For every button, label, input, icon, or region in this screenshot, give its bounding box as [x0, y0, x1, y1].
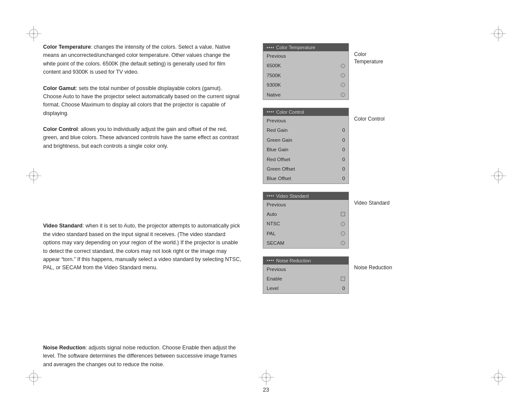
menu-item-blue-offset[interactable]: Blue Offset 0 [263, 174, 348, 183]
red-offset-value: 0 [342, 156, 345, 163]
svg-point-7 [498, 33, 499, 34]
crosshair-top-right [491, 26, 506, 41]
panel-dots: •••• [267, 45, 274, 50]
color-temperature-heading: Color Temperature [43, 44, 91, 50]
svg-point-23 [498, 175, 499, 177]
radio-pal[interactable] [341, 231, 345, 236]
radio-6500k[interactable] [341, 64, 345, 68]
level-value: 0 [342, 284, 345, 292]
menu-item-level[interactable]: Level 0 [263, 283, 348, 293]
crosshair-mid-right [491, 168, 506, 184]
menu-item-pal[interactable]: PAL [263, 229, 348, 238]
menu-item-label: 6500K [267, 62, 281, 69]
menu-item-label: Auto [267, 210, 277, 218]
panel-dots: •••• [267, 258, 274, 263]
menu-item-previous-2[interactable]: Previous [263, 116, 348, 125]
color-control-heading: Color Control [43, 126, 78, 132]
menu-item-label: Green Gain [267, 136, 292, 144]
menu-item-ntsc[interactable]: NTSC [263, 219, 348, 228]
page-number: 23 [263, 386, 269, 393]
checkbox-enable[interactable] [341, 277, 345, 281]
color-gamut-heading: Color Gamut [43, 85, 76, 91]
radio-9300k[interactable] [341, 83, 345, 87]
menu-item-native[interactable]: Native [263, 90, 348, 100]
color-temperature-panel: •••• Color Temperature Previous 6500K 75… [263, 43, 349, 100]
section-color-control-text: Color Control: allows you to individuall… [43, 125, 241, 150]
svg-point-19 [33, 175, 34, 177]
menu-item-label: Red Offset [267, 156, 290, 163]
menu-item-green-gain[interactable]: Green Gain 0 [263, 135, 348, 145]
section-noise-reduction-text: Noise Reduction: adjusts signal noise re… [43, 344, 241, 369]
section-color-control: Color Control: allows you to individuall… [43, 125, 241, 150]
menu-item-label: Enable [267, 275, 282, 283]
section-color-gamut-text: Color Gamut: sets the total number of po… [43, 84, 241, 118]
menu-item-label: Previous [267, 265, 286, 273]
video-standard-panel-title: •••• Video Standard [263, 192, 348, 200]
menu-item-label: Native [267, 91, 281, 99]
blue-offset-value: 0 [342, 174, 345, 182]
noise-reduction-panel-title: •••• Noise Reduction [263, 257, 348, 265]
color-control-panel-title-text: Color Control [276, 109, 304, 115]
menu-item-previous-3[interactable]: Previous [263, 200, 348, 209]
menu-item-label: NTSC [267, 220, 280, 227]
svg-point-15 [498, 377, 499, 378]
menu-item-label: Previous [267, 117, 286, 125]
menu-item-secam[interactable]: SECAM [263, 238, 348, 248]
noise-reduction-panel: •••• Noise Reduction Previous Enable Lev… [263, 256, 349, 294]
menu-item-label: 9300K [267, 81, 281, 89]
menu-item-7500k[interactable]: 7500K [263, 71, 348, 80]
panel-dots: •••• [267, 109, 274, 114]
menu-item-previous-4[interactable]: Previous [263, 265, 348, 274]
section-video-standard: Video Standard: when it is set to Auto, … [43, 222, 241, 272]
radio-ntsc[interactable] [341, 222, 345, 226]
menu-item-red-offset[interactable]: Red Offset 0 [263, 155, 348, 164]
green-offset-value: 0 [342, 165, 345, 173]
video-standard-heading: Video Standard [43, 223, 82, 229]
crosshair-bottom-left [26, 370, 41, 385]
color-temperature-label: ColorTemperature [354, 43, 383, 65]
menu-item-label: PAL [267, 230, 276, 237]
menu-item-blue-gain[interactable]: Blue Gain 0 [263, 145, 348, 154]
svg-point-3 [33, 33, 34, 34]
menu-item-label: Red Gain [267, 126, 288, 134]
crosshair-top-left [26, 26, 41, 41]
menu-item-green-offset[interactable]: Green Offset 0 [263, 164, 348, 174]
menu-item-label: Blue Gain [267, 146, 289, 153]
left-column: Color Temperature: changes the intensity… [43, 43, 241, 377]
color-control-label: Color Control [354, 108, 385, 123]
radio-native[interactable] [341, 93, 345, 97]
radio-secam[interactable] [341, 241, 345, 245]
red-gain-value: 0 [342, 126, 345, 134]
menu-item-label: Blue Offset [267, 174, 291, 182]
menu-item-label: SECAM [267, 239, 284, 247]
page-content: Color Temperature: changes the intensity… [43, 43, 489, 377]
menu-item-label: Previous [267, 52, 286, 60]
menu-item-9300k[interactable]: 9300K [263, 80, 348, 90]
menu-item-auto[interactable]: Auto [263, 209, 348, 219]
crosshair-bottom-right [491, 370, 506, 385]
menu-item-label: Previous [267, 201, 286, 209]
video-standard-panel-row: •••• Video Standard Previous Auto NTSC P… [263, 192, 489, 249]
menu-item-label: Green Offset [267, 165, 295, 173]
section-noise-reduction: Noise Reduction: adjusts signal noise re… [43, 344, 241, 369]
menu-item-red-gain[interactable]: Red Gain 0 [263, 125, 348, 135]
checkbox-auto[interactable] [341, 212, 345, 216]
color-control-panel-title: •••• Color Control [263, 108, 348, 116]
color-control-panel-row: •••• Color Control Previous Red Gain 0 G… [263, 108, 489, 184]
section-color-temperature: Color Temperature: changes the intensity… [43, 43, 241, 77]
green-gain-value: 0 [342, 136, 345, 144]
video-standard-panel-title-text: Video Standard [276, 193, 309, 199]
color-temperature-panel-title: •••• Color Temperature [263, 44, 348, 51]
noise-reduction-label: Noise Reduction [354, 256, 392, 271]
menu-item-previous-1[interactable]: Previous [263, 51, 348, 61]
color-temperature-panel-row: •••• Color Temperature Previous 6500K 75… [263, 43, 489, 100]
video-standard-label: Video Standard [354, 192, 390, 207]
crosshair-mid-left [26, 168, 41, 184]
menu-item-enable[interactable]: Enable [263, 274, 348, 283]
blue-gain-value: 0 [342, 146, 345, 153]
section-color-temperature-text: Color Temperature: changes the intensity… [43, 43, 241, 77]
section-color-gamut: Color Gamut: sets the total number of po… [43, 84, 241, 118]
color-temperature-panel-title-text: Color Temperature [276, 45, 315, 50]
menu-item-6500k[interactable]: 6500K [263, 61, 348, 70]
radio-7500k[interactable] [341, 73, 345, 78]
